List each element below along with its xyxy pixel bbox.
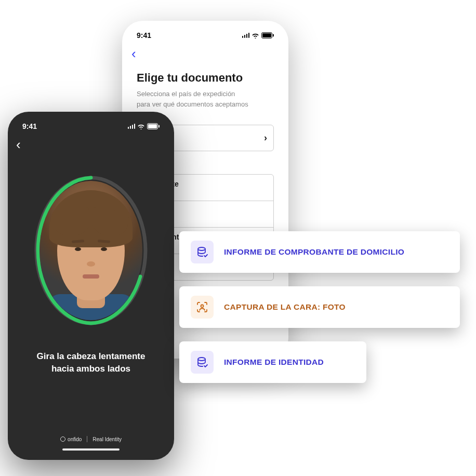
face-preview [39,181,142,320]
separator [87,436,87,442]
chevron-right-icon: › [264,133,267,143]
brand-footer: onfido Real Identity [60,436,122,442]
back-button[interactable]: ‹ [131,46,136,61]
page-subtitle: Selecciona el país de expedición para ve… [137,89,274,109]
face-scan-icon [191,296,214,319]
brand-logo: onfido [60,437,82,442]
brand-name: onfido [68,437,82,442]
status-time: 9:41 [137,31,151,39]
face-scan-area: Gira la cabeza lentamente hacia ambos la… [8,157,174,375]
db-check-icon [191,351,214,374]
back-button[interactable]: ‹ [16,137,21,152]
brand-tag: Real Identity [92,437,122,442]
home-indicator[interactable] [62,448,120,451]
svg-point-7 [198,247,205,250]
svg-rect-4 [148,124,157,128]
battery-icon [261,32,274,38]
signal-icon [128,124,136,129]
status-icons [128,123,160,129]
card-label: INFORME DE COMPROBANTE DE DOMICILIO [224,247,404,257]
card-face-capture[interactable]: CAPTURA DE LA CARA: FOTO [179,286,460,328]
scan-instruction: Gira la cabeza lentamente hacia ambos la… [21,350,161,375]
db-check-icon [191,241,214,263]
card-label: INFORME DE IDENTIDAD [224,358,324,367]
phone-footer: onfido Real Identity [8,436,174,451]
card-label: CAPTURA DE LA CARA: FOTO [224,302,346,312]
nav-bar: ‹ [8,133,174,157]
status-time: 9:41 [22,122,37,130]
status-bar: 9:41 [8,118,174,133]
phone-face-scan: 9:41 ‹ [8,112,174,460]
brand-logo-icon [60,437,65,442]
wifi-icon [137,124,145,129]
wifi-icon [252,33,259,38]
svg-point-8 [201,305,204,308]
battery-icon [147,123,160,129]
card-identity-report[interactable]: INFORME DE IDENTIDAD [179,341,366,383]
svg-point-9 [198,358,205,361]
page-title: Elige tu documento [137,71,274,85]
svg-rect-2 [273,34,274,37]
svg-rect-5 [158,125,160,128]
status-bar: 9:41 [122,27,288,42]
face-oval-frame [31,173,151,328]
signal-icon [242,33,250,38]
feature-cards: INFORME DE COMPROBANTE DE DOMICILIO CAPT… [179,231,460,383]
nav-bar: ‹ [122,42,288,66]
status-icons [242,32,274,38]
svg-rect-1 [262,33,271,37]
card-proof-of-address[interactable]: INFORME DE COMPROBANTE DE DOMICILIO [179,231,460,273]
